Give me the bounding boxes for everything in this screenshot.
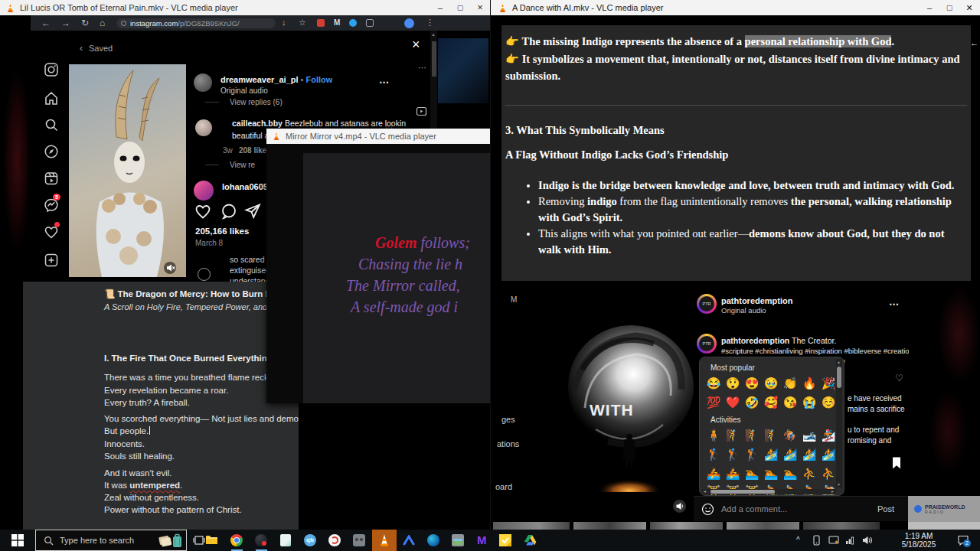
emoji[interactable]: 🎉 (819, 374, 838, 393)
scrollbar-up-icon[interactable]: ▲ (431, 32, 436, 37)
tray-screen-icon[interactable] (828, 536, 839, 545)
emoji[interactable]: 🏊 (743, 465, 761, 483)
emoji[interactable]: ⛹️ (819, 465, 838, 483)
emoji[interactable]: 😲 (724, 374, 742, 393)
tray-phone-icon[interactable] (812, 535, 822, 546)
reel-author-avatar[interactable]: PTR (697, 294, 717, 314)
emoji[interactable]: 🧗 (724, 426, 742, 445)
emoji[interactable]: 😍 (743, 374, 761, 393)
left-window-titlebar[interactable]: Lil Lucis OR Tomb of Eternal Pain.mkv - … (0, 0, 490, 15)
emoji[interactable]: 😂 (704, 374, 723, 393)
emoji[interactable]: 🏂 (819, 426, 838, 445)
right-minimize-button[interactable]: – (920, 0, 939, 15)
left-maximize-button[interactable]: ▢ (450, 0, 470, 15)
sidebar-fragment-dashboard[interactable]: oard (495, 482, 512, 491)
emoji[interactable]: 🔥 (800, 374, 818, 393)
comment-like-icon[interactable]: ♡ (895, 373, 903, 383)
browser-profile-avatar[interactable] (404, 18, 414, 28)
emoji[interactable]: 🤣 (743, 393, 761, 412)
emoji-scroll-thumb[interactable] (837, 367, 841, 388)
task-view-button[interactable] (193, 534, 205, 546)
emoji[interactable]: 🏄 (781, 445, 799, 464)
bookmark-save-icon[interactable] (890, 456, 903, 470)
comment-input-placeholder[interactable]: Add a comment... (721, 504, 787, 514)
sidebar-fragment-messages[interactable]: ges (501, 415, 515, 424)
comment-input-bar[interactable]: Add a comment... Post (694, 496, 908, 521)
vlc-taskbar-active-tile[interactable] (372, 530, 397, 551)
emoji[interactable]: 😘 (781, 393, 799, 412)
follow-button[interactable]: Follow (306, 75, 333, 84)
post-image-horned-creature[interactable] (69, 64, 186, 277)
chrome-icon[interactable] (230, 534, 243, 546)
caption-username[interactable]: pathtoredemption (721, 336, 789, 345)
reels-icon[interactable] (43, 170, 60, 187)
left-minimize-button[interactable]: – (430, 0, 450, 15)
comment1-avatar[interactable] (195, 119, 212, 136)
share-plane-icon[interactable] (243, 202, 262, 220)
emoji[interactable]: ❤️ (724, 393, 742, 412)
emoji[interactable]: 🥰 (762, 393, 780, 412)
post-header-more-icon[interactable]: ⋯ (379, 77, 389, 88)
browser-home-icon[interactable]: ⌂ (100, 18, 105, 28)
breadcrumb-back-chevron[interactable]: ‹ (80, 43, 83, 54)
tray-expand-icon[interactable]: ^ (796, 536, 800, 544)
emoji[interactable]: 🧗 (743, 426, 761, 445)
emoji[interactable]: 👏 (781, 374, 799, 393)
browser-back-icon[interactable]: ← (41, 18, 51, 28)
post-author-avatar[interactable] (194, 73, 212, 92)
left-close-button[interactable]: × (470, 0, 490, 15)
home-icon[interactable] (43, 90, 60, 106)
tray-volume-icon[interactable] (862, 536, 873, 545)
tray-network-icon[interactable] (845, 536, 856, 545)
breadcrumb-saved[interactable]: Saved (89, 44, 113, 53)
create-plus-icon[interactable] (43, 252, 60, 269)
emoji[interactable]: 🏄 (819, 445, 838, 464)
panel-more-icon[interactable]: ⋯ (418, 63, 426, 73)
scroll-down-icon[interactable]: ▼ (837, 482, 841, 487)
likes-count[interactable]: 205,166 likes (195, 227, 249, 236)
explore-compass-icon[interactable] (43, 143, 60, 160)
post-mute-icon[interactable] (164, 262, 176, 274)
browser-download-icon[interactable]: ↓ (282, 18, 286, 27)
extension-blue-icon[interactable] (349, 19, 357, 27)
browser-forward-icon[interactable]: → (61, 18, 70, 28)
extension-grey-icon[interactable] (366, 19, 374, 27)
emoji[interactable]: 🏄 (762, 445, 780, 464)
messenger-icon[interactable]: 2 5 (43, 197, 60, 214)
google-drive-icon[interactable] (524, 534, 537, 546)
scroll-right-icon[interactable]: ► (831, 489, 835, 494)
emoji[interactable]: 🏊 (781, 465, 799, 483)
reel-audio-label[interactable]: Original audio (721, 306, 766, 315)
post-audio-label[interactable]: Original audio (220, 86, 268, 95)
emoji-smiley-icon[interactable] (701, 503, 714, 516)
sidebar-fragment-notifications[interactable]: ations (497, 439, 519, 448)
reel-author-name[interactable]: pathtoredemption (721, 296, 793, 305)
action-center-icon[interactable]: 2 (957, 535, 969, 546)
anydesk-chevron-icon[interactable] (403, 535, 415, 546)
sticky-notes-icon[interactable] (499, 534, 511, 546)
emoji[interactable]: 🏇 (781, 426, 799, 445)
browser-menu-icon[interactable]: ⋮ (426, 18, 434, 28)
browser-reload-icon[interactable]: ↻ (81, 18, 89, 28)
emoji[interactable]: 🏌️ (743, 445, 761, 464)
caption-avatar[interactable]: PTR (697, 334, 717, 354)
emoji[interactable]: 🧗 (762, 426, 780, 445)
emoji[interactable]: 🎿 (800, 426, 818, 445)
scroll-up-icon[interactable]: ▲ (837, 360, 841, 364)
view-replies-link[interactable]: View replies (6) (230, 98, 283, 106)
video-thumbnail[interactable] (573, 522, 646, 530)
emoji[interactable]: 🚣 (704, 465, 723, 483)
tray-clock[interactable]: 1:19 AM 5/18/2025 (887, 532, 951, 549)
mirror-video-area[interactable]: Golem follows; Chasing the lie h The Mir… (303, 153, 490, 403)
comment-bubble-icon[interactable] (220, 202, 238, 220)
video-thumbnail[interactable] (493, 522, 570, 530)
emoji[interactable]: 🏌️ (704, 445, 723, 464)
grey-app-icon[interactable] (353, 534, 365, 546)
caption-hashtags-line1[interactable]: #scripture #christianliving #inspiration… (721, 347, 936, 355)
emoji-hscroll-thumb[interactable] (710, 490, 775, 494)
post-author-name[interactable]: dreamweaver_ai_pl (220, 75, 299, 84)
browser-compass-icon[interactable] (328, 534, 341, 546)
file-explorer-icon[interactable] (205, 534, 218, 546)
right-window-titlebar[interactable]: A Dance with AI.mkv - VLC media player –… (491, 0, 980, 15)
purple-m-app-icon[interactable]: M (477, 533, 487, 546)
